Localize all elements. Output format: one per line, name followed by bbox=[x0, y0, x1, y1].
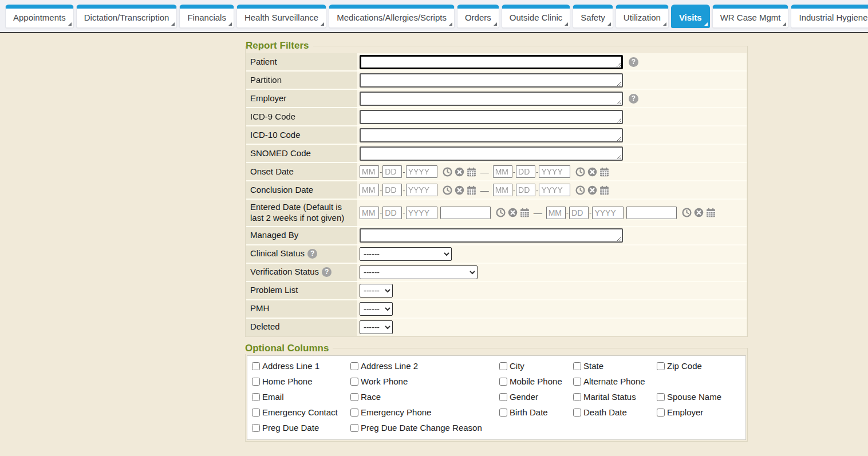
tab-menu-corner-icon[interactable] bbox=[565, 22, 568, 26]
month-input[interactable] bbox=[546, 207, 566, 219]
marital-status-checkbox[interactable] bbox=[573, 393, 581, 401]
month-input[interactable] bbox=[493, 184, 512, 196]
snomed-code-input[interactable] bbox=[360, 146, 623, 161]
tab-menu-corner-icon[interactable] bbox=[321, 22, 324, 26]
clock-icon[interactable] bbox=[443, 167, 452, 177]
preg-due-date-change-reason-checkbox[interactable] bbox=[350, 424, 358, 432]
alternate-phone-checkbox[interactable] bbox=[573, 378, 581, 386]
month-input[interactable] bbox=[360, 184, 379, 196]
emergency-contact-checkbox[interactable] bbox=[252, 409, 260, 417]
clock-icon[interactable] bbox=[575, 185, 585, 195]
tab-safety[interactable]: Safety bbox=[573, 5, 613, 28]
clock-icon[interactable] bbox=[496, 208, 506, 217]
calendar-icon[interactable] bbox=[599, 167, 609, 177]
icd10-code-input[interactable] bbox=[360, 128, 623, 142]
managed-by-input[interactable] bbox=[360, 228, 623, 243]
year-input[interactable] bbox=[539, 184, 570, 196]
year-input[interactable] bbox=[592, 207, 624, 219]
problem-list-select[interactable]: ------ bbox=[360, 284, 393, 298]
tab-financials[interactable]: Financials bbox=[179, 5, 234, 28]
home-phone-checkbox[interactable] bbox=[252, 378, 260, 386]
tab-menu-corner-icon[interactable] bbox=[704, 22, 708, 26]
clinical-status-select[interactable]: ------ bbox=[360, 247, 452, 261]
calendar-icon[interactable] bbox=[599, 185, 609, 195]
tab-appointments[interactable]: Appointments bbox=[5, 5, 74, 28]
tab-dictation-transcription[interactable]: Dictation/Transcription bbox=[76, 5, 177, 28]
month-input[interactable] bbox=[493, 165, 512, 178]
partition-input[interactable] bbox=[360, 73, 623, 88]
race-checkbox[interactable] bbox=[350, 393, 358, 401]
optional-column-address-line-2[interactable]: Address Line 2 bbox=[350, 361, 418, 371]
patient-input[interactable] bbox=[360, 55, 623, 69]
tab-menu-corner-icon[interactable] bbox=[449, 22, 452, 26]
month-input[interactable] bbox=[360, 165, 379, 178]
day-input[interactable] bbox=[382, 165, 402, 178]
calendar-icon[interactable] bbox=[706, 208, 716, 217]
optional-column-work-phone[interactable]: Work Phone bbox=[350, 376, 408, 386]
birth-date-checkbox[interactable] bbox=[499, 409, 507, 417]
optional-column-city[interactable]: City bbox=[499, 361, 524, 371]
address-line-1-checkbox[interactable] bbox=[252, 362, 260, 370]
icd9-code-input[interactable] bbox=[360, 110, 623, 124]
tab-menu-corner-icon[interactable] bbox=[171, 22, 175, 26]
optional-column-preg-due-date-change-reason[interactable]: Preg Due Date Change Reason bbox=[350, 423, 482, 433]
tab-industrial-hygiene[interactable]: Industrial Hygiene bbox=[791, 5, 868, 28]
optional-column-zip-code[interactable]: Zip Code bbox=[657, 361, 702, 371]
clear-icon[interactable] bbox=[694, 208, 704, 217]
day-input[interactable] bbox=[516, 165, 535, 178]
optional-column-death-date[interactable]: Death Date bbox=[573, 407, 627, 417]
optional-column-marital-status[interactable]: Marital Status bbox=[573, 392, 636, 402]
work-phone-checkbox[interactable] bbox=[350, 378, 358, 386]
clock-icon[interactable] bbox=[575, 167, 585, 177]
city-checkbox[interactable] bbox=[499, 362, 507, 370]
clock-icon[interactable] bbox=[682, 208, 692, 217]
optional-column-email[interactable]: Email bbox=[252, 392, 284, 402]
day-input[interactable] bbox=[382, 184, 402, 196]
clear-icon[interactable] bbox=[508, 208, 518, 217]
optional-column-alternate-phone[interactable]: Alternate Phone bbox=[573, 376, 645, 386]
day-input[interactable] bbox=[569, 207, 589, 219]
month-input[interactable] bbox=[360, 207, 379, 219]
tab-medications-allergies-scripts[interactable]: Medications/Allergies/Scripts bbox=[329, 5, 455, 28]
optional-column-mobile-phone[interactable]: Mobile Phone bbox=[499, 376, 562, 386]
calendar-icon[interactable] bbox=[520, 208, 530, 217]
day-input[interactable] bbox=[382, 207, 402, 219]
year-input[interactable] bbox=[406, 165, 437, 178]
preg-due-date-checkbox[interactable] bbox=[252, 424, 260, 432]
employer-input[interactable] bbox=[360, 92, 623, 106]
optional-column-emergency-contact[interactable]: Emergency Contact bbox=[252, 407, 338, 417]
tab-menu-corner-icon[interactable] bbox=[663, 22, 666, 26]
deleted-select[interactable]: ------ bbox=[360, 320, 393, 334]
help-icon[interactable]: ? bbox=[307, 249, 317, 259]
death-date-checkbox[interactable] bbox=[573, 409, 581, 417]
optional-column-race[interactable]: Race bbox=[350, 392, 381, 402]
verification-status-select[interactable]: ------ bbox=[360, 265, 478, 279]
state-checkbox[interactable] bbox=[573, 362, 581, 370]
address-line-2-checkbox[interactable] bbox=[350, 362, 358, 370]
help-icon[interactable]: ? bbox=[629, 57, 638, 67]
optional-column-spouse-name[interactable]: Spouse Name bbox=[657, 392, 721, 402]
optional-column-state[interactable]: State bbox=[573, 361, 603, 371]
clear-icon[interactable] bbox=[455, 185, 464, 195]
help-icon[interactable]: ? bbox=[322, 267, 332, 277]
optional-column-home-phone[interactable]: Home Phone bbox=[252, 376, 313, 386]
email-checkbox[interactable] bbox=[252, 393, 260, 401]
optional-column-birth-date[interactable]: Birth Date bbox=[499, 407, 548, 417]
year-input[interactable] bbox=[406, 184, 437, 196]
optional-column-employer[interactable]: Employer bbox=[657, 407, 703, 417]
optional-column-gender[interactable]: Gender bbox=[499, 392, 538, 402]
calendar-icon[interactable] bbox=[467, 185, 476, 195]
mobile-phone-checkbox[interactable] bbox=[499, 378, 507, 386]
tab-utilization[interactable]: Utilization bbox=[616, 5, 669, 28]
time-input[interactable] bbox=[440, 207, 491, 219]
tab-menu-corner-icon[interactable] bbox=[607, 22, 611, 26]
calendar-icon[interactable] bbox=[467, 167, 476, 177]
employer-checkbox[interactable] bbox=[657, 409, 665, 417]
tab-orders[interactable]: Orders bbox=[457, 5, 499, 28]
tab-wr-case-mgmt[interactable]: WR Case Mgmt bbox=[712, 5, 789, 28]
clear-icon[interactable] bbox=[587, 185, 597, 195]
clear-icon[interactable] bbox=[455, 167, 464, 177]
year-input[interactable] bbox=[539, 165, 570, 178]
year-input[interactable] bbox=[406, 207, 437, 219]
time-input[interactable] bbox=[626, 207, 677, 219]
